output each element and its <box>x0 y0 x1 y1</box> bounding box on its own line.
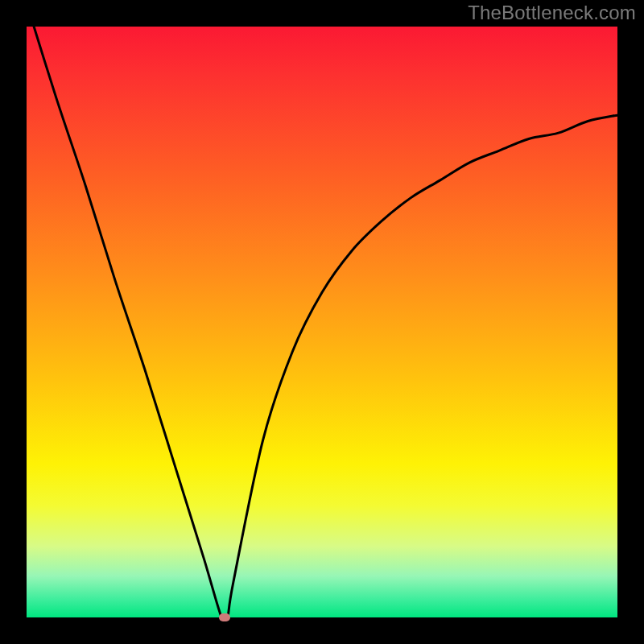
optimum-marker <box>219 613 230 621</box>
plot-area <box>27 27 617 617</box>
bottleneck-curve <box>27 27 617 617</box>
watermark-text: TheBottleneck.com <box>468 2 636 24</box>
chart-frame: TheBottleneck.com <box>0 0 644 644</box>
